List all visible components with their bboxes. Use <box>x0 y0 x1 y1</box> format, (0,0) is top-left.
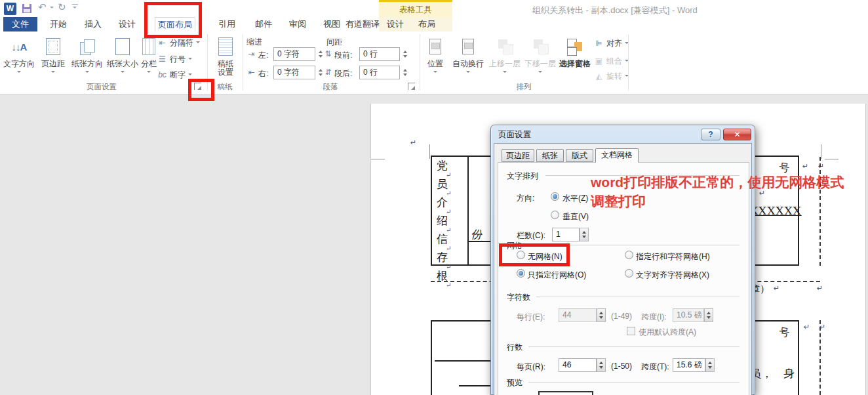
chars-per-line-spinner[interactable] <box>597 308 606 322</box>
spacing-before-icon: ⇅ <box>323 49 333 58</box>
word-logo-icon: W <box>4 3 16 15</box>
position-button[interactable]: 位置 <box>423 34 448 75</box>
chars-per-line-input[interactable]: 44 <box>559 308 597 322</box>
use-default-pitch-label[interactable]: 使用默认跨度(A) <box>639 327 696 338</box>
chars-per-line-label: 每行(E): <box>517 312 545 323</box>
hyphenation-button[interactable]: bc 断字 <box>157 69 192 81</box>
tab-youdao-translate[interactable]: 有道翻译 <box>342 17 384 31</box>
send-backward-button[interactable]: 下移一层 <box>523 34 557 75</box>
paper-size-button[interactable]: 纸张大小 <box>106 34 139 75</box>
line-pitch-input[interactable]: 15.6 磅 <box>673 358 705 372</box>
dialog-help-button[interactable]: ? <box>701 129 720 140</box>
lines-per-page-spinner[interactable] <box>597 358 606 372</box>
highlight-box-page-layout-tab <box>144 2 202 38</box>
tab-mailings[interactable]: 邮件 <box>250 17 277 31</box>
char-pitch-spinner[interactable] <box>704 308 713 322</box>
dialog-tab-layout[interactable]: 版式 <box>566 149 593 162</box>
radio-horizontal-label[interactable]: 水平(Z) <box>562 193 588 204</box>
dialog-tab-document-grid[interactable]: 文档网格 <box>595 148 639 163</box>
indent-left-icon: ⇥ <box>247 49 256 58</box>
spacing-before-input[interactable]: 0 行 <box>359 47 400 61</box>
manuscript-setup-button[interactable]: 稿纸 设置 <box>211 34 240 77</box>
word-window: W ↶ ↻ 组织关系转出 - 副本.docx [兼容模式] - Word 表格工… <box>0 0 868 395</box>
margins-button[interactable]: 页边距 <box>38 34 68 75</box>
tab-table-layout[interactable]: 布局 <box>414 17 440 31</box>
stub-text: 份 <box>471 227 482 242</box>
columns-count-input[interactable]: 1 <box>552 228 580 241</box>
group-icon: ▣ <box>594 56 604 66</box>
tab-table-design[interactable]: 设计 <box>382 17 408 31</box>
radio-line-grid-only-label[interactable]: 只指定行网格(O) <box>528 270 586 281</box>
margin-crop-mark <box>821 144 821 159</box>
spacing-after-spinner[interactable] <box>401 66 408 79</box>
char-pitch-input[interactable]: 10.5 磅 <box>673 308 704 322</box>
chevron-down-icon <box>188 58 192 62</box>
orientation-button[interactable]: 纸张方向 <box>69 34 105 75</box>
lines-per-page-input[interactable]: 46 <box>559 358 597 372</box>
cursor-icon <box>574 42 582 51</box>
bring-forward-icon <box>497 38 513 55</box>
highlight-box-no-grid-option <box>499 243 570 266</box>
chevron-down-icon <box>538 71 542 75</box>
text-direction-button[interactable]: ↓↓A 文字方向 <box>3 34 35 75</box>
qat-customize-icon[interactable] <box>72 4 78 5</box>
margin-crop-mark <box>825 159 838 159</box>
pilcrow-mark: ↵ <box>774 284 779 293</box>
dialog-close-button[interactable]: ✕ <box>723 129 751 140</box>
use-default-pitch-checkbox[interactable] <box>627 327 635 335</box>
radio-line-grid-only[interactable] <box>517 269 525 278</box>
tab-design[interactable]: 设计 <box>114 17 140 31</box>
line-numbers-button[interactable]: ☰ 行号 <box>157 53 192 65</box>
annotation-line-2: 调整打印 <box>591 192 646 211</box>
columns-count-spinner[interactable] <box>580 228 589 241</box>
columns-button[interactable]: 分栏 <box>139 34 159 75</box>
indent-heading: 缩进 <box>247 37 262 48</box>
bring-forward-button[interactable]: 上移一层 <box>488 34 522 75</box>
dialog-tab-margins[interactable]: 页边距 <box>502 149 534 162</box>
line-numbers-icon: ☰ <box>157 54 167 64</box>
tab-references[interactable]: 引用 <box>214 17 240 31</box>
text-direction-icon: ↓↓A <box>12 41 27 52</box>
radio-horizontal[interactable] <box>551 192 559 201</box>
table-gridline <box>467 157 469 264</box>
chevron-down-icon <box>121 71 125 75</box>
group-button[interactable]: ▣ 组合 <box>594 55 629 67</box>
tab-file[interactable]: 文件 <box>3 17 37 31</box>
undo-dropdown-icon[interactable] <box>50 7 54 10</box>
radio-vertical-label[interactable]: 垂直(V) <box>562 211 589 222</box>
undo-icon[interactable]: ↶ <box>38 1 47 13</box>
chevron-down-icon <box>503 71 507 75</box>
radio-char-align-grid[interactable] <box>625 269 633 278</box>
radio-line-char-grid-label[interactable]: 指定行和字符网格(H) <box>636 251 710 262</box>
tab-insert[interactable]: 插入 <box>80 17 106 31</box>
chevron-down-icon <box>17 71 21 75</box>
paragraph-dialog-launcher[interactable] <box>408 83 415 90</box>
save-icon[interactable] <box>22 4 31 13</box>
spacing-after-input[interactable]: 0 行 <box>359 66 400 79</box>
radio-line-char-grid[interactable] <box>625 251 633 259</box>
wrap-text-button[interactable]: 自动换行 <box>451 34 485 75</box>
dialog-tab-paper[interactable]: 纸张 <box>536 149 564 162</box>
indent-left-input[interactable]: 0 字符 <box>273 47 315 61</box>
send-backward-icon <box>532 38 548 55</box>
radio-char-align-grid-label[interactable]: 文字对齐字符网格(X) <box>636 270 709 281</box>
tab-review[interactable]: 审阅 <box>285 17 311 31</box>
spacing-before-spinner[interactable] <box>401 47 408 61</box>
tab-home[interactable]: 开始 <box>45 17 71 31</box>
spacing-after-icon: ⇵ <box>323 68 333 77</box>
breaks-button[interactable]: ⇤ 分隔符 <box>157 37 200 49</box>
tab-view[interactable]: 视图 <box>319 17 345 31</box>
align-button[interactable]: ⊫ 对齐 <box>594 37 629 49</box>
chevron-down-icon <box>188 73 192 77</box>
rotate-button[interactable]: ◭ 旋转 <box>594 70 629 82</box>
table-tools-header: 表格工具 <box>379 0 452 17</box>
window-title: 组织关系转出 - 副本.docx [兼容模式] - Word <box>532 5 698 16</box>
position-icon <box>429 39 441 54</box>
line-pitch-spinner[interactable] <box>705 358 715 372</box>
indent-right-input[interactable]: 0 字符 <box>273 66 315 79</box>
direction-label: 方向: <box>517 193 534 204</box>
radio-vertical[interactable] <box>551 211 559 219</box>
selection-pane-button[interactable]: 选择窗格 <box>557 34 593 68</box>
redo-icon[interactable]: ↻ <box>58 1 66 13</box>
spacing-heading: 间距 <box>326 37 342 48</box>
